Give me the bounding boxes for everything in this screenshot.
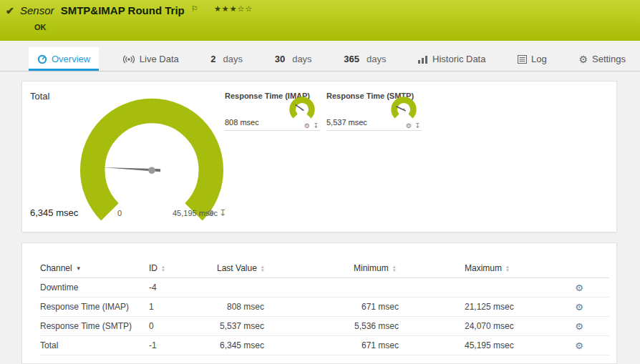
- column-header-last-value[interactable]: Last Value▲▼: [217, 263, 264, 273]
- tab-30-days[interactable]: 30days: [266, 47, 321, 71]
- column-header-channel[interactable]: Channel▼: [40, 263, 149, 273]
- prtg-sensor-page: ✔ Sensor SMTP&IMAP Round Trip ⚐ ★★★☆☆ OK…: [0, 0, 640, 364]
- star-empty-icon[interactable]: ☆: [238, 4, 246, 13]
- channel-table-body: Downtime -4 ⚙ Response Time (IMAP) 1 808…: [40, 278, 609, 355]
- imap-gauge-actions: ⚙ ↧: [303, 122, 319, 129]
- sensor-type-label: Sensor: [20, 4, 54, 16]
- imap-gauge-value: 808 msec: [225, 118, 259, 127]
- tab-2-days[interactable]: 2days: [202, 47, 251, 71]
- log-list-icon: [518, 55, 527, 64]
- sort-both-icon: ▲▼: [261, 265, 265, 272]
- table-row: Response Time (IMAP) 1 808 msec 671 msec…: [40, 297, 609, 317]
- channel-settings-gear-icon[interactable]: ⚙: [568, 340, 590, 351]
- column-header-label: ID: [149, 263, 157, 273]
- star-filled-icon[interactable]: ★: [222, 4, 230, 13]
- smtp-gauge-panel: Response Time (SMTP) 5,537 msec ⚙ ↧: [326, 92, 422, 131]
- gauge-settings-gear-icon[interactable]: ⚙: [304, 122, 310, 129]
- live-data-broadcast-icon: [122, 55, 135, 64]
- tab-label: Settings: [592, 54, 626, 64]
- tab-settings[interactable]: ⚙ Settings: [570, 47, 634, 71]
- channel-minimum-cell: 671 msec: [354, 340, 399, 350]
- channel-settings-gear-icon[interactable]: ⚙: [568, 282, 590, 293]
- column-header-minimum[interactable]: Minimum▲▼: [354, 263, 399, 273]
- channel-name-cell[interactable]: Response Time (SMTP): [40, 321, 149, 331]
- imap-gauge: [286, 94, 319, 126]
- table-header-row: Channel▼ ID▲▼ Last Value▲▼ Minimum▲▼ Max…: [40, 259, 609, 278]
- tab-day-word: days: [367, 54, 386, 64]
- tab-historic-data[interactable]: Historic Data: [409, 47, 494, 71]
- sort-both-icon: ▲▼: [392, 265, 397, 272]
- settings-gear-icon: ⚙: [578, 54, 588, 64]
- channel-maximum-cell: 21,125 msec: [465, 302, 511, 312]
- historic-data-chart-icon: [418, 55, 428, 64]
- smtp-gauge-actions: ⚙ ↧: [404, 122, 420, 129]
- column-header-maximum[interactable]: Maximum▲▼: [465, 263, 511, 273]
- tab-live-data[interactable]: Live Data: [114, 47, 188, 71]
- total-gauge-label: Total: [30, 91, 49, 102]
- channel-maximum-cell: 45,195 msec: [465, 340, 511, 350]
- table-row: Total -1 6,345 msec 671 msec 45,195 msec…: [40, 336, 609, 355]
- channel-id-cell: 0: [149, 321, 217, 331]
- tab-day-word: days: [292, 54, 311, 64]
- channel-minimum-cell: 5,536 msec: [354, 321, 399, 331]
- channel-name-cell[interactable]: Total: [40, 340, 149, 350]
- column-header-id[interactable]: ID▲▼: [149, 263, 217, 273]
- sort-both-icon: ▲▼: [161, 265, 165, 272]
- star-empty-icon[interactable]: ☆: [245, 4, 253, 13]
- channel-maximum-cell: 24,070 msec: [465, 321, 511, 331]
- table-row: Response Time (SMTP) 0 5,537 msec 5,536 …: [40, 317, 609, 336]
- gauge-download-icon[interactable]: ↧: [219, 208, 226, 218]
- star-filled-icon[interactable]: ★: [230, 4, 238, 13]
- column-header-label: Maximum: [465, 263, 502, 273]
- tab-label: Log: [531, 54, 547, 64]
- channels-panel: Channel▼ ID▲▼ Last Value▲▼ Minimum▲▼ Max…: [21, 242, 617, 364]
- smtp-gauge: [387, 94, 420, 126]
- tab-log[interactable]: Log: [509, 47, 556, 71]
- table-row: Downtime -4 ⚙: [40, 278, 609, 297]
- total-gauge: [69, 94, 234, 226]
- tab-label: Live Data: [140, 54, 179, 64]
- sort-both-icon: ▲▼: [505, 265, 510, 272]
- gauge-download-icon[interactable]: ↧: [313, 122, 319, 129]
- tab-bar: Overview Live Data 2days 30days 365days: [0, 47, 640, 72]
- tab-365-days[interactable]: 365days: [335, 47, 394, 71]
- gauge-settings-gear-icon[interactable]: ⚙: [406, 122, 412, 129]
- column-header-label: Channel: [40, 263, 72, 273]
- channel-settings-gear-icon[interactable]: ⚙: [568, 321, 590, 332]
- status-badge: OK: [34, 23, 47, 31]
- channel-id-cell: -4: [149, 282, 217, 292]
- gauges-panel: Total 6,345 msec 0 45,195 msec ⚙ ↧ Respo…: [21, 81, 617, 232]
- channel-id-cell: -1: [149, 340, 217, 350]
- tab-label: Historic Data: [432, 54, 485, 64]
- status-ok-check-icon: ✔: [6, 5, 14, 16]
- tab-day-count: 30: [275, 54, 285, 64]
- gauge-download-icon[interactable]: ↧: [414, 122, 420, 129]
- sensor-title-line: Sensor SMTP&IMAP Round Trip ⚐ ★★★☆☆: [20, 4, 253, 16]
- channel-name-cell[interactable]: Response Time (IMAP): [40, 302, 149, 312]
- tab-label: Overview: [52, 54, 90, 64]
- smtp-gauge-value: 5,537 msec: [326, 118, 367, 127]
- gauge-scale-min: 0: [117, 209, 122, 217]
- tab-day-word: days: [223, 54, 243, 64]
- tab-day-count: 2: [210, 54, 215, 64]
- sensor-header: ✔ Sensor SMTP&IMAP Round Trip ⚐ ★★★☆☆ OK: [0, 0, 640, 41]
- column-header-label: Last Value: [217, 263, 257, 273]
- priority-flag-icon[interactable]: ⚐: [191, 4, 198, 14]
- imap-gauge-panel: Response Time (IMAP) 808 msec ⚙ ↧: [225, 92, 320, 131]
- channel-last-value-cell: 808 msec: [217, 302, 264, 312]
- column-header-label: Minimum: [354, 263, 389, 273]
- channel-last-value-cell: 6,345 msec: [217, 340, 264, 350]
- star-filled-icon[interactable]: ★: [214, 4, 222, 13]
- sort-desc-icon: ▼: [76, 265, 82, 272]
- gauge-settings-gear-icon[interactable]: ⚙: [207, 208, 215, 218]
- channel-settings-gear-icon[interactable]: ⚙: [568, 302, 590, 313]
- total-gauge-value: 6,345 msec: [30, 207, 78, 218]
- channel-table: Channel▼ ID▲▼ Last Value▲▼ Minimum▲▼ Max…: [40, 259, 609, 355]
- channel-id-cell: 1: [149, 302, 217, 312]
- channel-minimum-cell: 671 msec: [354, 302, 399, 312]
- overview-gauge-icon: [37, 54, 47, 64]
- channel-name-cell[interactable]: Downtime: [40, 282, 149, 292]
- total-gauge-actions: ⚙ ↧: [207, 208, 228, 218]
- star-rating[interactable]: ★★★☆☆: [214, 4, 253, 14]
- tab-overview[interactable]: Overview: [29, 47, 99, 71]
